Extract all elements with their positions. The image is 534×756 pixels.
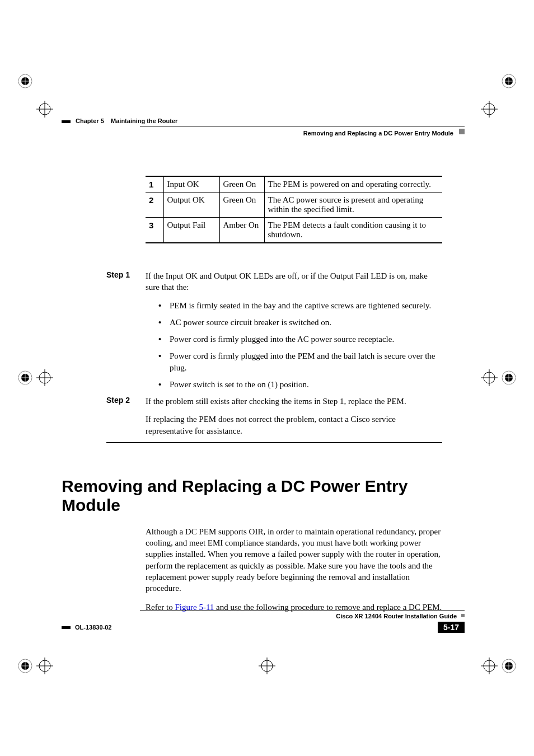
crop-mark-icon: [481, 101, 498, 118]
steps-end-rule: [106, 442, 442, 443]
bullet-text: Power cord is firmly plugged into the PE…: [170, 350, 452, 373]
table-row: 2 Output OK Green On The AC power source…: [146, 192, 442, 218]
list-item: • Power cord is firmly plugged into the …: [158, 350, 465, 373]
bullet-text: PEM is firmly seated in the bay and the …: [170, 300, 452, 311]
crop-mark-icon: [17, 658, 34, 674]
crop-mark-icon: [500, 658, 517, 674]
bullet-text: Power switch is set to the on (1) positi…: [170, 379, 452, 390]
bullet-text: AC power source circuit breaker is switc…: [170, 317, 452, 328]
chapter-title: Maintaining the Router: [111, 118, 177, 124]
crop-mark-icon: [481, 658, 498, 674]
table-row: 3 Output Fail Amber On The PEM detects a…: [146, 218, 442, 243]
row-number: 3: [146, 218, 163, 243]
step-1: Step 1 If the Input OK and Output OK LED…: [62, 270, 465, 293]
row-number: 2: [146, 192, 163, 218]
led-name: Output OK: [163, 192, 219, 218]
running-header-right: Removing and Replacing a DC Power Entry …: [303, 130, 453, 137]
footer-bar-icon: [62, 626, 71, 629]
page-footer: Cisco XR 12404 Router Installation Guide…: [62, 611, 465, 633]
step-2: Step 2 If the problem still exists after…: [62, 396, 465, 407]
header-bar-icon: [62, 120, 71, 123]
led-description: The PEM detects a fault condition causin…: [264, 218, 442, 243]
doc-id: OL-13830-02: [75, 624, 111, 631]
step-2-followup: If replacing the PEM does not correct th…: [146, 414, 442, 436]
footer-guide-title: Cisco XR 12404 Router Installation Guide: [336, 613, 457, 619]
led-description: The PEM is powered on and operating corr…: [264, 176, 442, 192]
step-label: Step 2: [106, 396, 146, 407]
led-status-table: 1 Input OK Green On The PEM is powered o…: [146, 176, 442, 243]
crop-mark-icon: [259, 658, 275, 674]
section-paragraph: Although a DC PEM supports OIR, in order…: [146, 526, 442, 594]
bullet-icon: •: [158, 379, 170, 390]
list-item: • AC power source circuit breaker is swi…: [158, 317, 465, 328]
crop-mark-icon: [500, 73, 517, 90]
bullet-icon: •: [158, 317, 170, 328]
header-square-icon: [459, 129, 465, 134]
led-status: Green On: [219, 176, 264, 192]
chapter-number: Chapter 5: [76, 118, 104, 124]
steps-section: Step 1 If the Input OK and Output OK LED…: [62, 270, 465, 443]
led-name: Input OK: [163, 176, 219, 192]
section-heading: Removing and Replacing a DC Power Entry …: [62, 477, 465, 515]
bullet-icon: •: [158, 334, 170, 345]
step-text: If the Input OK and Output OK LEDs are o…: [146, 270, 442, 293]
footer-doc-id: OL-13830-02: [62, 624, 111, 631]
footer-square-icon: [461, 614, 465, 617]
crop-mark-icon: [36, 658, 53, 674]
led-name: Output Fail: [163, 218, 219, 243]
running-header-left: Chapter 5 Maintaining the Router: [62, 118, 465, 124]
bullet-icon: •: [158, 350, 170, 373]
crop-mark-icon: [481, 369, 498, 386]
led-description: The AC power source is present and opera…: [264, 192, 442, 218]
page-number: 5-17: [438, 622, 465, 633]
page-content: Chapter 5 Maintaining the Router Removin…: [62, 118, 465, 613]
row-number: 1: [146, 176, 163, 192]
crop-mark-icon: [36, 369, 53, 386]
step-text: If the problem still exists after checki…: [146, 396, 442, 407]
bullet-list: • PEM is firmly seated in the bay and th…: [158, 300, 465, 391]
crop-mark-icon: [17, 73, 34, 90]
list-item: • Power switch is set to the on (1) posi…: [158, 379, 465, 390]
crop-mark-icon: [36, 101, 53, 118]
led-status: Amber On: [219, 218, 264, 243]
table-row: 1 Input OK Green On The PEM is powered o…: [146, 176, 442, 192]
list-item: • PEM is firmly seated in the bay and th…: [158, 300, 465, 311]
crop-mark-icon: [500, 369, 517, 386]
crop-mark-icon: [17, 369, 34, 386]
led-status: Green On: [219, 192, 264, 218]
step-label: Step 1: [106, 270, 146, 293]
list-item: • Power cord is firmly plugged into the …: [158, 334, 465, 345]
bullet-text: Power cord is firmly plugged into the AC…: [170, 334, 452, 345]
bullet-icon: •: [158, 300, 170, 311]
